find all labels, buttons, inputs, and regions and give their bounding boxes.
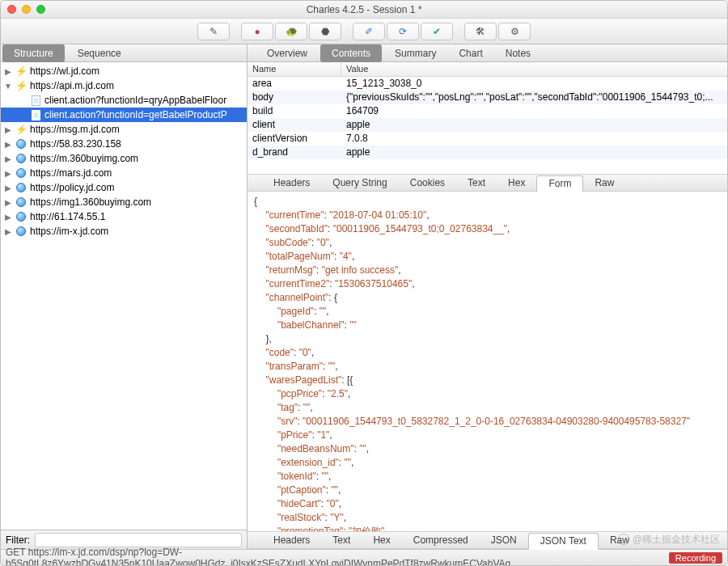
tree-label: client.action?functionId=getBabelProduct… [44, 109, 227, 120]
tree-label: https://58.83.230.158 [30, 138, 121, 150]
filter-input[interactable] [35, 533, 242, 547]
kv-val: apple [341, 118, 727, 132]
tab-notes[interactable]: Notes [494, 44, 542, 62]
reqtab-text[interactable]: Text [456, 174, 497, 192]
check-icon: ✔ [433, 26, 441, 37]
throttle-button[interactable]: 🐢 [275, 23, 307, 40]
reqtab-raw[interactable]: Raw [583, 174, 625, 192]
reqtab-hex[interactable]: Hex [497, 174, 536, 192]
reqtab-form[interactable]: Form [536, 175, 583, 192]
tree-label: http://61.174.55.1 [30, 211, 105, 222]
kv-row[interactable]: d_brandapple [248, 146, 727, 159]
globe-icon [15, 196, 27, 208]
kv-row[interactable]: build164709 [248, 104, 727, 118]
file-icon [30, 95, 41, 106]
bolt-icon: ⚡ [15, 65, 27, 77]
toolbar: ✎ ● 🐢 ⬣ ✐ ⟳ ✔ 🛠 ⚙ [1, 19, 727, 44]
kv-row[interactable]: clientapple [248, 118, 727, 132]
pen-icon: ✐ [365, 26, 373, 37]
chevron-right-icon[interactable]: ▶ [4, 125, 12, 134]
record-button[interactable]: ● [241, 23, 273, 40]
kv-row[interactable]: body{"previousSkuIds":"","posLng":"","po… [248, 91, 727, 104]
globe-icon [15, 138, 27, 150]
globe-icon [15, 226, 27, 237]
broom-icon: ✎ [210, 26, 218, 37]
tools-button[interactable]: 🛠 [464, 23, 497, 40]
kv-val: {"previousSkuIds":"","posLng":"","posLat… [341, 91, 727, 104]
chevron-right-icon[interactable]: ▶ [4, 198, 12, 207]
reqtab-query[interactable]: Query String [321, 174, 398, 192]
tree-label: https://policy.jd.com [30, 182, 114, 193]
tree-label: https://im-x.jd.com [30, 226, 108, 237]
chevron-right-icon[interactable]: ▶ [4, 67, 12, 76]
bolt-icon: ⚡ [15, 124, 27, 135]
tab-contents[interactable]: Contents [320, 44, 382, 62]
kv-key: area [248, 77, 341, 91]
repeat-button[interactable]: ⟳ [387, 23, 419, 40]
col-value[interactable]: Value [341, 62, 373, 76]
tree-node[interactable]: ▶https://mars.jd.com [1, 166, 247, 180]
titlebar: Charles 4.2.5 - Session 1 * [1, 1, 727, 19]
tab-overview[interactable]: Overview [256, 44, 319, 62]
breakpoints-button[interactable]: ⬣ [309, 23, 341, 40]
reqtab-cookies[interactable]: Cookies [399, 174, 456, 192]
col-name[interactable]: Name [248, 62, 341, 76]
tab-chart[interactable]: Chart [447, 44, 493, 62]
tab-summary[interactable]: Summary [383, 44, 447, 62]
tree-node[interactable]: ▶https://img1.360buyimg.com [1, 195, 247, 209]
chevron-right-icon[interactable]: ▶ [4, 169, 12, 178]
validate-button[interactable]: ✔ [421, 23, 453, 40]
kv-header: Name Value [248, 62, 727, 77]
kv-val: 164709 [341, 104, 727, 118]
tree-node[interactable]: ▶https://58.83.230.158 [1, 137, 247, 151]
chevron-right-icon[interactable]: ▶ [4, 227, 12, 236]
tree-node[interactable]: client.action?functionId=qryAppBabelFloo… [1, 93, 247, 108]
tree-label: https://api.m.jd.com [30, 80, 114, 91]
json-pane[interactable]: { "currentTime": "2018-07-04 01:05:10", … [248, 192, 727, 531]
tree-node[interactable]: ▶https://policy.jd.com [1, 180, 247, 195]
chevron-right-icon[interactable]: ▶ [4, 140, 12, 149]
tab-sequence[interactable]: Sequence [66, 44, 133, 62]
tree-node[interactable]: ▶⚡https://wl.jd.com [1, 64, 247, 78]
tree-node[interactable]: ▶⚡https://msg.m.jd.com [1, 122, 247, 137]
chevron-down-icon[interactable]: ▼ [4, 82, 12, 91]
globe-icon [15, 211, 27, 222]
globe-icon [15, 167, 27, 179]
kv-val: apple [341, 146, 727, 159]
kv-row[interactable]: area15_1213_3038_0 [248, 77, 727, 91]
left-tabbar: Structure Sequence [1, 44, 247, 62]
chevron-right-icon[interactable]: ▶ [4, 184, 12, 192]
window-title: Charles 4.2.5 - Session 1 * [1, 4, 727, 15]
chevron-right-icon[interactable]: ▶ [4, 213, 12, 222]
wrench-icon: 🛠 [476, 26, 485, 37]
request-tabbar: Headers Query String Cookies Text Hex Fo… [248, 174, 727, 192]
tree-label: client.action?functionId=qryAppBabelFloo… [44, 95, 226, 106]
tree-node[interactable]: ▶https://im-x.jd.com [1, 224, 247, 239]
tree-node-selected[interactable]: client.action?functionId=getBabelProduct… [1, 108, 247, 122]
tree-label: https://m.360buyimg.com [30, 153, 138, 164]
recording-badge: Recording [669, 552, 722, 564]
chevron-right-icon[interactable]: ▶ [4, 154, 12, 163]
tree-node[interactable]: ▼⚡https://api.m.jd.com [1, 78, 247, 93]
tree-node[interactable]: ▶http://61.174.55.1 [1, 209, 247, 224]
hexagon-icon: ⬣ [321, 26, 329, 37]
status-bar: GET https://im-x.jd.com/dsp/np?log=DW-b5… [1, 549, 727, 565]
kv-key: clientVersion [248, 132, 341, 146]
tree-node[interactable]: ▶https://m.360buyimg.com [1, 151, 247, 166]
right-tabbar: Overview Contents Summary Chart Notes [248, 44, 727, 62]
tree-label: https://msg.m.jd.com [30, 124, 120, 135]
resptab-jsontext[interactable]: JSON Text [528, 533, 599, 550]
clear-button[interactable]: ✎ [197, 23, 230, 40]
settings-button[interactable]: ⚙ [498, 23, 531, 40]
filter-label: Filter: [6, 534, 30, 546]
kv-key: client [248, 118, 341, 132]
turtle-icon: 🐢 [286, 26, 298, 37]
kv-key: d_brand [248, 146, 341, 159]
kv-row[interactable]: clientVersion7.0.8 [248, 132, 727, 146]
globe-icon [15, 153, 27, 164]
tab-structure[interactable]: Structure [2, 44, 65, 62]
refresh-icon: ⟳ [399, 26, 407, 37]
tree-label: https://mars.jd.com [30, 167, 112, 179]
reqtab-headers[interactable]: Headers [262, 174, 321, 192]
compose-button[interactable]: ✐ [353, 23, 385, 40]
